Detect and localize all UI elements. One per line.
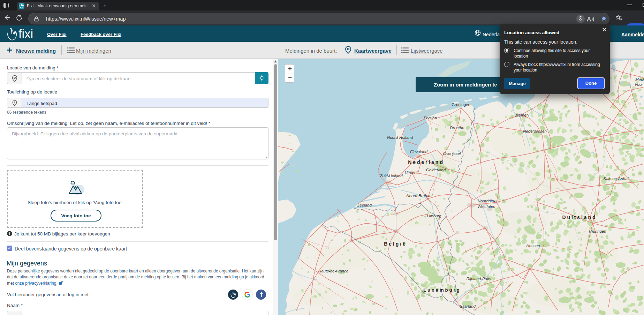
svg-text:Hessen: Hessen <box>526 243 540 248</box>
svg-text:Zeeland: Zeeland <box>357 203 372 207</box>
svg-text:Groningen: Groningen <box>452 103 470 107</box>
svg-text:Noordrijn-: Noordrijn- <box>478 199 495 203</box>
svg-text:Hauts-de-France: Hauts-de-France <box>318 269 348 273</box>
svg-text:Flevoland: Flevoland <box>410 150 427 154</box>
svg-text:Limburg: Limburg <box>427 214 441 218</box>
svg-text:N e d e r l a n d: N e d e r l a n d <box>408 159 443 165</box>
svg-text:Utrecht: Utrecht <box>404 171 418 175</box>
svg-text:Thüringen: Thüringen <box>588 229 606 233</box>
svg-text:Overijssel: Overijssel <box>443 151 461 156</box>
svg-text:Noord-Brabant: Noord-Brabant <box>406 194 433 198</box>
svg-text:Fryslân: Fryslân <box>424 116 437 120</box>
svg-text:Nedersaksen: Nedersaksen <box>523 129 547 133</box>
svg-text:L u x e m b u r g: L u x e m b u r g <box>423 287 459 293</box>
svg-text:Westfalen: Westfalen <box>478 204 495 209</box>
svg-text:D u i t s l a n d: D u i t s l a n d <box>562 215 596 220</box>
svg-text:Noord-Holland: Noord-Holland <box>387 135 413 140</box>
svg-text:Rijnland-Palts: Rijnland-Palts <box>467 277 491 281</box>
svg-text:B e l g i ë: B e l g i ë <box>384 241 406 247</box>
svg-text:Mecklenburg-: Mecklenburg- <box>635 77 644 82</box>
svg-text:Zuid-Holland: Zuid-Holland <box>379 174 403 178</box>
svg-text:Drenthe: Drenthe <box>450 126 464 130</box>
svg-text:Saksen-Anhalt: Saksen-Anhalt <box>604 177 630 181</box>
svg-text:Saarland: Saarland <box>460 304 476 308</box>
svg-text:Gelderland: Gelderland <box>426 168 446 172</box>
svg-text:Bremen: Bremen <box>515 113 529 117</box>
svg-text:Voor-Pommeren: Voor-Pommeren <box>635 82 644 87</box>
